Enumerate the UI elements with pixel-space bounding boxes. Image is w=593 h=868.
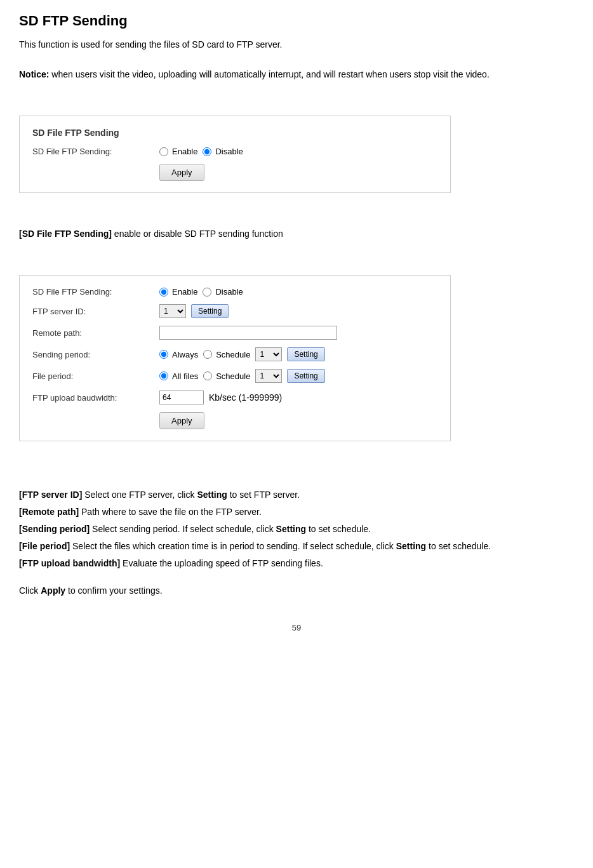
desc-ftp-bandwidth-bold: [FTP upload bandwidth]	[19, 558, 120, 568]
file-period-schedule-select[interactable]: 1 2	[255, 369, 282, 383]
notice-label: Notice:	[19, 69, 49, 79]
bandwidth-unit: Kb/sec (1-999999)	[209, 392, 282, 403]
apply-button-2[interactable]: Apply	[159, 412, 204, 429]
ftp-sending-row-1: SD File FTP Sending: Enable Disable	[32, 147, 437, 156]
ftp-sending-controls-1: Enable Disable	[159, 147, 243, 156]
click-apply-bold: Apply	[41, 585, 65, 596]
page-title: SD FTP Sending	[19, 13, 574, 29]
desc-sending-period: [Sending period] Select sending period. …	[19, 523, 574, 536]
apply-row-1: Apply	[32, 164, 437, 181]
schedule-radio-group-file: Schedule	[203, 371, 250, 381]
desc-remote-path-text: Path where to save the file on the FTP s…	[81, 507, 262, 517]
enable-label-2[interactable]: Enable	[172, 287, 197, 297]
disable-radio-2[interactable]	[203, 288, 211, 297]
desc-remote-path-bold: [Remote path]	[19, 507, 79, 517]
desc-ftp-server-id: [FTP server ID] Select one FTP server, c…	[19, 488, 574, 502]
sending-period-label: Sending period:	[32, 350, 159, 359]
desc-sending-period-rest: to set schedule.	[309, 524, 371, 534]
page-number: 59	[19, 623, 574, 632]
schedule-label-file[interactable]: Schedule	[216, 371, 250, 381]
schedule-radio-file[interactable]	[203, 371, 212, 380]
ftp-bandwidth-label: FTP upload baudwidth:	[32, 393, 159, 403]
all-files-radio-group: All files	[159, 371, 198, 381]
ftp-server-setting-button[interactable]: Setting	[191, 304, 229, 318]
ftp-server-id-label: FTP server ID:	[32, 307, 159, 316]
file-period-row: File period: All files Schedule 1 2 Sett…	[32, 369, 437, 383]
apply-row-2: Apply	[32, 412, 437, 429]
disable-label-2[interactable]: Disable	[215, 287, 243, 297]
desc-ftp-server-id-bold: [FTP server ID]	[19, 490, 82, 500]
ftp-server-id-row: FTP server ID: 1 2 3 4 Setting	[32, 304, 437, 318]
enable-radio-group-2: Enable	[159, 287, 197, 297]
ftp-sending-controls-2: Enable Disable	[159, 287, 243, 297]
schedule-label-period[interactable]: Schedule	[216, 350, 250, 359]
desc-remote-path: [Remote path] Path where to save the fil…	[19, 505, 574, 519]
intro-text: This function is used for sending the fi…	[19, 38, 574, 51]
remote-path-input[interactable]	[159, 326, 337, 340]
file-period-controls: All files Schedule 1 2 Setting	[159, 369, 325, 383]
desc-file-period-bold: [File period]	[19, 541, 70, 551]
remote-path-row: Remote path:	[32, 326, 437, 340]
sending-period-row: Sending period: Always Schedule 1 2 Sett…	[32, 347, 437, 361]
schedule-radio-group-period: Schedule	[203, 350, 250, 359]
sending-period-schedule-select[interactable]: 1 2	[255, 347, 282, 361]
section1-title: SD File FTP Sending	[32, 128, 437, 138]
enable-radio-2[interactable]	[159, 288, 168, 297]
always-radio[interactable]	[159, 350, 168, 359]
desc-file-period-rest: to set schedule.	[429, 541, 491, 551]
sd-file-ftp-sending-box-1: SD File FTP Sending SD File FTP Sending:…	[19, 116, 451, 193]
ftp-sending-row-2: SD File FTP Sending: Enable Disable	[32, 287, 437, 297]
click-apply-prefix: Click	[19, 585, 41, 596]
disable-label-1[interactable]: Disable	[215, 147, 243, 156]
ftp-server-id-controls: 1 2 3 4 Setting	[159, 304, 229, 318]
ftp-bandwidth-controls: Kb/sec (1-999999)	[159, 391, 282, 404]
section2-intro-rest: enable or disable SD FTP sending functio…	[114, 229, 283, 239]
desc-sending-period-text: Select sending period. If select schedul…	[92, 524, 276, 534]
disable-radio-1[interactable]	[203, 147, 211, 156]
enable-radio-group-1: Enable	[159, 147, 197, 156]
desc-setting-bold-2: Setting	[276, 524, 306, 534]
apply-button-1[interactable]: Apply	[159, 164, 204, 181]
ftp-sending-label-2: SD File FTP Sending:	[32, 287, 159, 297]
click-apply-note: Click Apply to confirm your settings.	[19, 584, 574, 598]
file-period-label: File period:	[32, 371, 159, 381]
all-files-label[interactable]: All files	[172, 371, 198, 381]
sending-period-controls: Always Schedule 1 2 Setting	[159, 347, 325, 361]
ftp-bandwidth-row: FTP upload baudwidth: Kb/sec (1-999999)	[32, 391, 437, 404]
disable-radio-group-2: Disable	[203, 287, 243, 297]
sending-period-setting-button[interactable]: Setting	[287, 347, 324, 361]
schedule-radio-period[interactable]	[203, 350, 212, 359]
ftp-server-id-select[interactable]: 1 2 3 4	[159, 304, 186, 318]
desc-ftp-server-id-text: Select one FTP server, click	[84, 490, 197, 500]
sd-file-ftp-sending-box-2: SD File FTP Sending: Enable Disable FTP …	[19, 275, 451, 441]
enable-label-1[interactable]: Enable	[172, 147, 197, 156]
ftp-sending-label-1: SD File FTP Sending:	[32, 147, 159, 156]
desc-setting-bold-3: Setting	[396, 541, 426, 551]
desc-sending-period-bold: [Sending period]	[19, 524, 90, 534]
desc-setting-bold-1: Setting	[197, 490, 227, 500]
section2-intro: [SD File FTP Sending] enable or disable …	[19, 227, 574, 241]
desc-file-period-text: Select the files which creation time is …	[72, 541, 396, 551]
desc-ftp-server-id-rest: to set FTP server.	[230, 490, 300, 500]
file-period-setting-button[interactable]: Setting	[287, 369, 324, 383]
notice-content: when users visit the video, uploading wi…	[51, 69, 489, 79]
enable-radio-1[interactable]	[159, 147, 168, 156]
disable-radio-group-1: Disable	[203, 147, 243, 156]
click-apply-rest: to confirm your settings.	[68, 585, 163, 596]
ftp-bandwidth-input[interactable]	[159, 391, 204, 404]
desc-ftp-bandwidth-text: Evaluate the uploading speed of FTP send…	[123, 558, 323, 568]
always-label[interactable]: Always	[172, 350, 198, 359]
notice-paragraph: Notice: when users visit the video, uplo…	[19, 68, 574, 81]
remote-path-label: Remote path:	[32, 328, 159, 338]
desc-file-period: [File period] Select the files which cre…	[19, 540, 574, 553]
all-files-radio[interactable]	[159, 371, 168, 380]
always-radio-group: Always	[159, 350, 198, 359]
section2-intro-bold: [SD File FTP Sending]	[19, 229, 112, 239]
remote-path-controls	[159, 326, 337, 340]
descriptions: [FTP server ID] Select one FTP server, c…	[19, 488, 574, 570]
desc-ftp-bandwidth: [FTP upload bandwidth] Evaluate the uplo…	[19, 557, 574, 570]
